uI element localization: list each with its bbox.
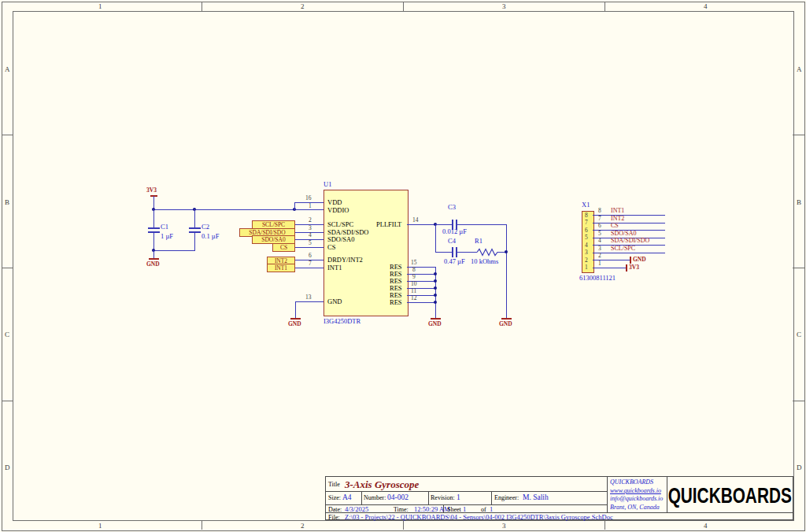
c1-designator[interactable]: C1 (161, 224, 168, 231)
time-value: 12:50:29 AM (414, 506, 450, 513)
zone-tick (793, 268, 804, 268)
x1-pad-number: 5 (585, 235, 588, 241)
pin-number: 12 (411, 295, 417, 301)
pin-number: 3 (598, 246, 601, 252)
company-email[interactable]: info@quickboards.io (610, 495, 665, 504)
c2-designator[interactable]: C2 (202, 224, 209, 231)
zone-col-label: 3 (502, 3, 506, 10)
wire (606, 268, 626, 268)
pin (407, 302, 435, 303)
wire (435, 252, 452, 253)
pin-number: 15 (411, 260, 417, 266)
net-label[interactable]: INT2 (611, 216, 624, 222)
zone-row-label: A (797, 66, 802, 73)
zone-tick (403, 520, 404, 530)
port-int1[interactable]: INT1 (267, 264, 295, 272)
pin (593, 268, 606, 268)
sheet-number: 1 (463, 506, 466, 513)
x1-part-number[interactable]: 61300811121 (579, 275, 616, 282)
of-number: 1 (490, 506, 493, 513)
date-value: 4/3/2025 (345, 506, 368, 513)
zone-row-label: D (5, 464, 10, 471)
zone-col-label: 3 (502, 523, 506, 530)
u1-designator[interactable]: U1 (324, 181, 331, 188)
number-value: 04-002 (387, 494, 409, 502)
net-label[interactable]: SDO/SA0 (611, 231, 636, 237)
power-port-gnd[interactable]: GND (288, 321, 301, 327)
company-info: QUICKBOARDS www.quickboards.io info@quic… (610, 478, 665, 512)
pin-number: 16 (305, 195, 312, 201)
zone-tick (604, 2, 605, 11)
number-label: Number: (364, 495, 386, 501)
company-logo: QUICKBOARDS (667, 477, 793, 512)
wire-3v3-rail (153, 209, 324, 210)
wire (435, 224, 452, 225)
pin-number: 2 (309, 217, 312, 224)
x1-connector-body[interactable] (582, 211, 594, 273)
zone-tick (202, 2, 202, 11)
power-port-gnd[interactable]: GND (499, 321, 512, 327)
port-cs[interactable]: CS (272, 243, 295, 252)
zone-tick (793, 135, 804, 135)
company-website[interactable]: www.quickboards.io (610, 487, 665, 496)
gnd-bar (431, 318, 441, 320)
date-label: Date: (328, 507, 342, 513)
net-label[interactable]: SDA/SDI/SDO (611, 238, 649, 244)
r1-designator[interactable]: R1 (475, 238, 482, 245)
u1-part-number[interactable]: I3G4250DTR (324, 318, 360, 325)
net-label[interactable]: CS (611, 223, 619, 229)
zone-tick (2, 268, 13, 268)
pin-number: 4 (598, 238, 601, 244)
power-port-gnd[interactable]: GND (633, 257, 646, 263)
power-port-3v3[interactable]: 3V3 (146, 187, 157, 194)
wire (435, 224, 436, 253)
engineer-label: Engineer: (494, 495, 519, 501)
x1-designator[interactable]: X1 (582, 201, 590, 209)
c4-designator[interactable]: C4 (448, 238, 456, 245)
c3-value[interactable]: 0.012 µF (442, 228, 467, 235)
zone-row-label: D (797, 464, 802, 471)
net-label[interactable]: SCL/SPC (611, 246, 635, 252)
junction (434, 279, 437, 283)
gnd-bar (501, 318, 512, 320)
pin (407, 267, 435, 268)
engineer-value: M. Salih (523, 494, 549, 502)
wire (457, 224, 506, 225)
power-port-gnd[interactable]: GND (428, 321, 442, 327)
capacitor-c4[interactable] (452, 247, 453, 257)
zone-tick (2, 135, 13, 135)
pin-name: INT1 (327, 264, 342, 272)
capacitor-c1[interactable] (148, 227, 160, 229)
pin-number: 1 (598, 260, 601, 267)
r1-value[interactable]: 10 kOhms (471, 258, 498, 265)
c3-designator[interactable]: C3 (448, 204, 456, 211)
c2-value[interactable]: 0.1 µF (202, 233, 219, 240)
net-label[interactable]: INT1 (611, 208, 624, 214)
junction (505, 250, 508, 253)
zone-tick (2, 401, 13, 401)
power-port-3v3[interactable]: 3V3 (629, 264, 639, 271)
zone-col-label: 1 (98, 523, 102, 530)
time-label: Time: (394, 507, 409, 513)
pin (294, 247, 324, 248)
junction (434, 272, 437, 275)
c4-value[interactable]: 0.47 µF (444, 258, 465, 265)
pin-number: 2 (598, 253, 601, 259)
c1-value[interactable]: 1 µF (161, 233, 173, 240)
pin-name: VDDIO (327, 207, 349, 214)
gnd-bar (290, 318, 301, 320)
capacitor-c2[interactable] (189, 227, 201, 229)
resistor-r1[interactable] (477, 248, 501, 257)
power-port-gnd[interactable]: GND (146, 261, 160, 268)
title-block: Title 3-Axis Gyroscope Size: A4 Number: … (325, 476, 793, 520)
zone-row-label: B (797, 199, 801, 206)
zone-col-label: 2 (301, 3, 305, 10)
pin-number: 6 (598, 223, 601, 229)
wire (606, 253, 665, 253)
pin-name: GND (327, 298, 342, 305)
pin-name: RES (390, 299, 402, 306)
sheet-label: Sheet (447, 507, 461, 513)
company-address: Brant, ON, Canada (610, 504, 665, 512)
wire (294, 202, 295, 210)
pin-name: DRDY/INT2 (327, 257, 363, 264)
